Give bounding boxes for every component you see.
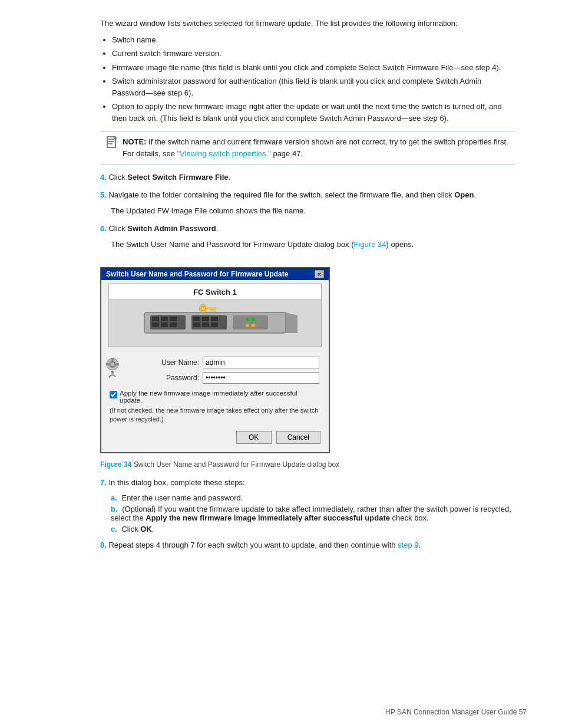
step9-link[interactable]: step 9 xyxy=(398,541,418,549)
bullet-item: Switch administrator password for authen… xyxy=(112,75,515,98)
switch-svg xyxy=(133,304,297,342)
cancel-button[interactable]: Cancel xyxy=(276,431,320,444)
svg-point-25 xyxy=(252,324,255,327)
dialog-fields: User Name: Password: xyxy=(105,351,325,387)
switch-image-area xyxy=(109,299,321,347)
svg-rect-16 xyxy=(202,317,209,321)
svg-rect-30 xyxy=(211,309,213,311)
svg-rect-2 xyxy=(108,141,114,142)
main-content: The wizard window lists switches selecte… xyxy=(100,18,515,551)
svg-rect-21 xyxy=(233,315,268,330)
svg-rect-10 xyxy=(170,317,177,321)
dialog-buttons: OK Cancel xyxy=(105,427,325,449)
bullet-list: Switch name. Current switch firmware ver… xyxy=(112,34,515,124)
svg-point-26 xyxy=(199,304,207,312)
note-text: NOTE: If the switch name and current fir… xyxy=(123,136,509,159)
svg-rect-38 xyxy=(116,363,119,365)
bullet-item: Current switch firmware version. xyxy=(112,48,515,60)
svg-rect-8 xyxy=(152,317,159,321)
svg-point-23 xyxy=(252,318,255,321)
page-footer: HP SAN Connection Manager User Guide 57 xyxy=(385,708,527,716)
step-7: 7. In this dialog box, complete these st… xyxy=(100,477,515,533)
step-5: 5. Navigate to the folder containing the… xyxy=(100,189,515,217)
svg-rect-1 xyxy=(108,139,114,140)
svg-marker-31 xyxy=(286,312,297,333)
svg-rect-3 xyxy=(108,143,113,144)
intro-para: The wizard window lists switches selecte… xyxy=(100,18,515,29)
svg-rect-11 xyxy=(152,322,159,327)
svg-marker-39 xyxy=(108,375,111,378)
svg-rect-15 xyxy=(193,317,200,321)
step-4: 4. Click Select Switch Firmware File. xyxy=(100,172,515,183)
note-box: NOTE: If the switch name and current fir… xyxy=(100,131,515,164)
figure-caption: Figure 34 Switch User Name and Password … xyxy=(100,459,515,470)
username-input[interactable] xyxy=(203,357,319,368)
sub-note: (If not checked, the new firmware image … xyxy=(110,406,320,424)
dialog-inner-panel: FC Switch 1 xyxy=(108,284,322,347)
step-7a: a. Enter the user name and password. xyxy=(111,493,515,502)
bullet-item: Switch name. xyxy=(112,34,515,46)
apply-checkbox-row[interactable]: Apply the new firmware image immediately… xyxy=(110,390,320,404)
svg-rect-20 xyxy=(211,322,218,327)
svg-rect-37 xyxy=(106,363,109,365)
svg-rect-19 xyxy=(202,322,209,327)
svg-point-22 xyxy=(246,318,249,321)
ok-button[interactable]: OK xyxy=(236,431,272,444)
username-label: User Name: xyxy=(152,358,199,367)
password-label: Password: xyxy=(152,374,199,382)
dialog-close-button[interactable]: × xyxy=(315,270,324,278)
dialog-wrapper: Switch User Name and Password for Firmwa… xyxy=(100,267,330,454)
svg-point-34 xyxy=(111,363,114,366)
svg-rect-36 xyxy=(111,371,114,374)
svg-rect-12 xyxy=(161,322,168,327)
page: The wizard window lists switches selecte… xyxy=(0,0,562,728)
svg-point-24 xyxy=(246,324,249,327)
dialog-titlebar: Switch User Name and Password for Firmwa… xyxy=(101,268,329,280)
step-6: 6. Click Switch Admin Password. The Swit… xyxy=(100,223,515,251)
step-8: 8. Repeat steps 4 through 7 for each swi… xyxy=(100,539,515,551)
apply-checkbox[interactable] xyxy=(110,391,117,398)
password-row: Password: xyxy=(152,372,319,384)
firmware-update-dialog[interactable]: Switch User Name and Password for Firmwa… xyxy=(100,267,330,454)
figure34-link[interactable]: Figure 34 xyxy=(354,240,386,249)
dialog-title: Switch User Name and Password for Firmwa… xyxy=(106,270,288,278)
svg-rect-35 xyxy=(111,358,114,361)
bullet-item: Option to apply the new firmware image r… xyxy=(112,101,515,124)
step-7c: c. Click OK. xyxy=(111,525,515,533)
dialog-content: FC Switch 1 xyxy=(105,284,325,449)
bullet-item: Firmware image file name (this field is … xyxy=(112,62,515,74)
svg-rect-28 xyxy=(207,308,216,309)
svg-rect-9 xyxy=(161,317,168,321)
step-7-subs: a. Enter the user name and password. b. … xyxy=(111,493,515,533)
apply-checkbox-label: Apply the new firmware image immediately… xyxy=(120,390,320,404)
svg-rect-13 xyxy=(170,322,177,327)
step-7b: b. (Optional) If you want the firmware u… xyxy=(111,505,515,522)
note-icon xyxy=(106,136,119,151)
svg-rect-29 xyxy=(214,309,216,312)
viewing-switch-link[interactable]: "Viewing switch properties," xyxy=(177,149,271,158)
password-input[interactable] xyxy=(203,372,319,384)
svg-rect-17 xyxy=(211,317,218,321)
gear-icon xyxy=(104,355,121,387)
fc-switch-title: FC Switch 1 xyxy=(109,284,321,299)
username-row: User Name: xyxy=(152,357,319,368)
svg-rect-18 xyxy=(193,322,200,327)
